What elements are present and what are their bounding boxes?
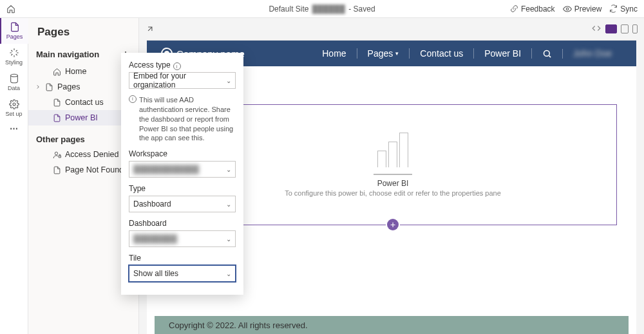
site-footer: Copyright © 2022. All rights reserved.: [155, 316, 629, 334]
type-label: Type: [129, 184, 236, 193]
component-subtitle: To configure this power bi, choose edit …: [285, 189, 501, 197]
expand-icon[interactable]: [146, 24, 155, 33]
add-section-button[interactable]: +: [387, 219, 399, 230]
svg-point-0: [566, 8, 569, 10]
file-icon: [53, 114, 61, 122]
preview-button[interactable]: Preview: [563, 5, 602, 14]
gear-icon: [9, 99, 19, 109]
app-topbar: Default Site ██████ - Saved Feedback Pre…: [0, 0, 644, 18]
access-type-select[interactable]: Embed for your organization ⌄: [129, 72, 236, 89]
tablet-view-icon[interactable]: [621, 24, 629, 33]
chevron-down-icon: ⌄: [226, 236, 231, 243]
data-icon: [9, 73, 19, 84]
chart-placeholder-icon: [377, 133, 408, 167]
site-nav-home[interactable]: Home: [312, 48, 357, 59]
site-nav: Home Pages▾ Contact us Power BI John Doe: [312, 48, 622, 59]
rail-data[interactable]: Data: [0, 70, 28, 95]
feedback-button[interactable]: Feedback: [510, 5, 555, 14]
site-label: Default Site: [269, 5, 308, 14]
rail-styling[interactable]: Styling: [0, 44, 28, 70]
access-type-label: Access type: [129, 60, 171, 70]
svg-point-4: [544, 50, 550, 56]
component-title: Power BI: [377, 179, 409, 188]
site-nav-contact[interactable]: Contact us: [410, 48, 474, 59]
sync-button[interactable]: Sync: [609, 5, 638, 14]
dashboard-select[interactable]: ████████ ⌄: [129, 230, 236, 247]
tile-label: Tile: [129, 254, 236, 263]
site-nav-powerbi[interactable]: Power BI: [474, 48, 532, 59]
site-name-hidden: ██████: [312, 5, 345, 14]
rail-pages[interactable]: Pages: [0, 18, 28, 44]
file-icon: [53, 166, 61, 174]
chevron-down-icon: ⌄: [226, 201, 231, 208]
sync-icon: [609, 5, 618, 13]
workspace-select[interactable]: ████████████ ⌄: [129, 161, 236, 178]
saved-status: - Saved: [348, 5, 375, 14]
desktop-view-icon[interactable]: [605, 24, 617, 33]
tile-select[interactable]: Show all tiles ⌄: [129, 265, 236, 282]
search-icon: [542, 49, 552, 59]
chevron-down-icon: ⌄: [226, 270, 231, 277]
workspace-label: Workspace: [129, 149, 236, 158]
topbar-actions: Feedback Preview Sync: [510, 5, 638, 14]
styling-icon: [9, 48, 19, 58]
svg-point-3: [55, 152, 57, 154]
svg-point-1: [10, 74, 17, 77]
mobile-view-icon[interactable]: [632, 24, 638, 33]
site-nav-pages[interactable]: Pages▾: [357, 48, 410, 59]
properties-popover: Access type i Embed for your organizatio…: [121, 53, 243, 295]
pages-icon: [10, 22, 20, 32]
rail-setup[interactable]: Set up: [0, 95, 28, 121]
user-lock-icon: [53, 151, 61, 159]
site-nav-user[interactable]: John Doe: [563, 48, 622, 59]
link-icon: [510, 5, 518, 13]
file-icon: [53, 98, 61, 107]
type-select[interactable]: Dashboard ⌄: [129, 196, 236, 212]
chevron-down-icon: ⌄: [226, 166, 231, 173]
info-icon: i: [129, 95, 137, 103]
file-icon: [45, 83, 53, 91]
svg-point-2: [13, 103, 15, 106]
info-icon[interactable]: i: [173, 62, 181, 70]
eye-icon: [563, 5, 572, 14]
dashboard-label: Dashboard: [129, 219, 236, 228]
canvas-toolbar: [139, 18, 644, 40]
left-rail: Pages Styling Data Set up ⋯: [0, 18, 28, 334]
site-nav-search[interactable]: [532, 49, 563, 59]
chevron-right-icon: [35, 84, 41, 90]
sidebar-title: Pages: [28, 26, 138, 45]
access-type-help: i This will use AAD authentication servi…: [129, 95, 236, 143]
rail-more[interactable]: ⋯: [10, 124, 18, 133]
document-title: Default Site ██████ - Saved: [269, 5, 375, 14]
code-view-icon[interactable]: [591, 24, 601, 35]
chevron-down-icon: ▾: [395, 50, 399, 57]
home-icon: [53, 68, 61, 76]
chevron-down-icon: ⌄: [226, 77, 231, 84]
topbar-left: [6, 5, 15, 14]
home-icon[interactable]: [6, 5, 15, 14]
